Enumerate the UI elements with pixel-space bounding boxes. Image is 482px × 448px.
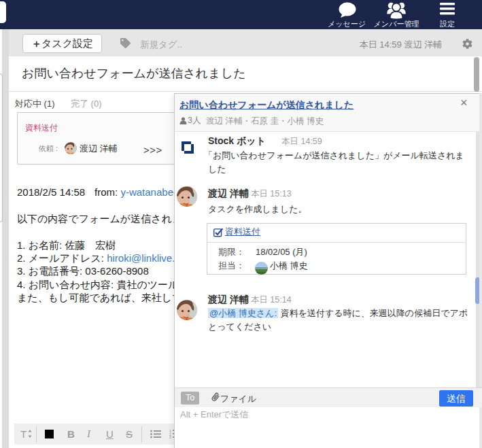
svg-text:3: 3 [169,435,171,438]
